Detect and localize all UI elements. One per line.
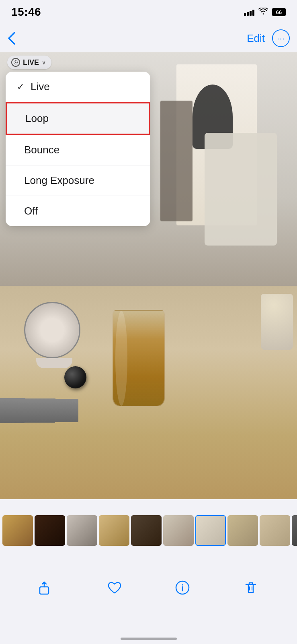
dropdown-item-bounce[interactable]: Bounce bbox=[6, 135, 150, 165]
dropdown-loop-label: Loop bbox=[25, 112, 49, 125]
live-badge[interactable]: LIVE ∨ bbox=[7, 56, 51, 69]
glass bbox=[113, 310, 165, 407]
thumbnail-7-selected[interactable] bbox=[195, 515, 226, 546]
glass-container bbox=[113, 310, 177, 431]
status-icons: 66 bbox=[244, 8, 286, 17]
dropdown-item-longexposure[interactable]: Long Exposure bbox=[6, 165, 150, 196]
live-chevron-icon: ∨ bbox=[42, 59, 46, 66]
cup-right bbox=[261, 294, 293, 350]
table-area bbox=[0, 286, 297, 499]
fan-circle bbox=[24, 302, 80, 358]
thumbnail-3[interactable] bbox=[67, 515, 97, 546]
back-button[interactable] bbox=[7, 31, 16, 45]
dropdown-bounce-label: Bounce bbox=[24, 144, 59, 156]
dropdown-off-label: Off bbox=[24, 205, 38, 217]
thumbnail-4[interactable] bbox=[99, 515, 129, 546]
bottom-toolbar bbox=[0, 564, 297, 612]
thumbnail-strip[interactable] bbox=[0, 506, 297, 555]
status-time: 15:46 bbox=[11, 6, 41, 19]
dropdown-live-label: Live bbox=[31, 80, 50, 93]
nav-bar: Edit ··· bbox=[0, 24, 297, 52]
laptop bbox=[0, 398, 78, 423]
thumbnail-9[interactable] bbox=[260, 515, 290, 546]
dropdown-longexposure-label: Long Exposure bbox=[24, 174, 94, 187]
fan-base bbox=[36, 358, 72, 368]
info-button[interactable] bbox=[170, 576, 195, 600]
pole bbox=[160, 101, 193, 221]
sofa bbox=[205, 133, 277, 246]
fan-bottom bbox=[24, 302, 84, 366]
ball bbox=[64, 366, 86, 388]
edit-button[interactable]: Edit bbox=[247, 32, 265, 45]
wifi-icon bbox=[258, 8, 268, 17]
more-button[interactable]: ··· bbox=[272, 29, 290, 47]
share-button[interactable] bbox=[34, 576, 58, 600]
nav-right: Edit ··· bbox=[247, 29, 290, 47]
thumbnail-10[interactable] bbox=[292, 515, 297, 546]
dropdown-item-live[interactable]: ✓ Live bbox=[6, 72, 150, 102]
thumbnail-6[interactable] bbox=[163, 515, 194, 546]
signal-icon bbox=[244, 8, 254, 16]
live-circle-icon bbox=[11, 58, 20, 67]
dropdown-item-loop[interactable]: Loop bbox=[6, 102, 150, 135]
like-button[interactable] bbox=[102, 576, 127, 600]
thumbnail-2[interactable] bbox=[35, 515, 65, 546]
live-dropdown-menu: ✓ Live Loop Bounce Long Exposure Off bbox=[6, 72, 150, 226]
delete-button[interactable] bbox=[239, 576, 263, 600]
home-indicator bbox=[121, 638, 177, 640]
thumbnail-1[interactable] bbox=[2, 515, 33, 546]
battery-icon: 66 bbox=[272, 8, 286, 16]
status-bar: 15:46 66 bbox=[0, 0, 297, 24]
live-label: LIVE bbox=[23, 58, 39, 67]
svg-point-2 bbox=[182, 584, 183, 586]
thumbnail-5[interactable] bbox=[131, 515, 162, 546]
svg-rect-0 bbox=[40, 587, 49, 594]
dropdown-item-off[interactable]: Off bbox=[6, 196, 150, 226]
thumbnail-8[interactable] bbox=[227, 515, 258, 546]
checkmark-icon: ✓ bbox=[17, 82, 24, 92]
more-dots-icon: ··· bbox=[277, 34, 285, 43]
live-badge-area: LIVE ∨ bbox=[7, 56, 51, 69]
